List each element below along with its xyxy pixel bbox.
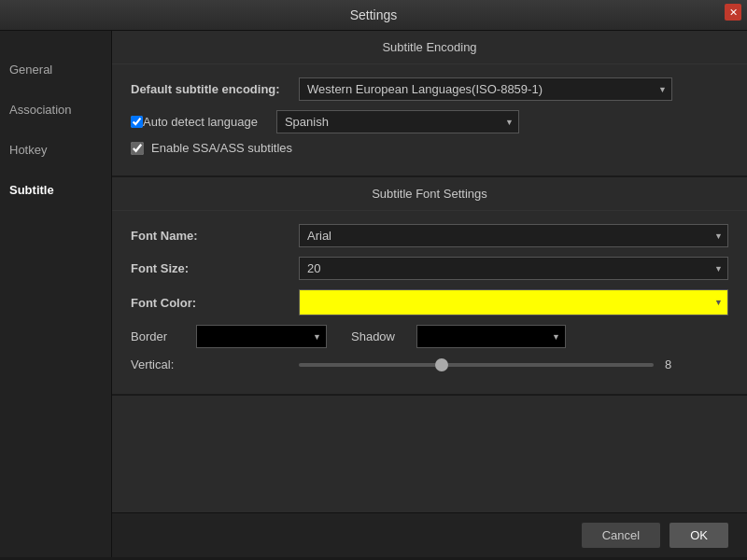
font-name-label: Font Name: (131, 229, 299, 243)
auto-detect-row: Auto detect language Spanish (131, 110, 728, 133)
sidebar-item-hotkey[interactable]: Hotkey (0, 130, 111, 170)
language-select[interactable]: Spanish (276, 110, 519, 133)
enable-ssa-label: Enable SSA/ASS subtitles (151, 141, 292, 155)
vertical-label: Vertical: (131, 357, 299, 371)
title-bar: Settings ✕ (0, 0, 747, 31)
content-area: Subtitle Encoding Default subtitle encod… (112, 31, 747, 557)
default-encoding-select[interactable]: Western European Languages(ISO-8859-1) (299, 77, 672, 101)
sidebar-item-general[interactable]: General (0, 49, 111, 90)
font-size-select[interactable]: 20 (299, 257, 728, 280)
subtitle-font-header: Subtitle Font Settings (112, 177, 747, 211)
border-color-wrapper (196, 325, 327, 348)
font-size-select-wrapper: 20 (299, 257, 728, 280)
font-color-swatch-wrapper (299, 289, 728, 315)
vertical-row: Vertical: 8 (131, 357, 728, 371)
default-encoding-row: Default subtitle encoding: Western Europ… (131, 77, 728, 101)
default-encoding-label: Default subtitle encoding: (131, 82, 299, 96)
enable-ssa-checkbox[interactable] (131, 142, 144, 155)
font-name-row: Font Name: Arial (131, 224, 728, 247)
font-name-select[interactable]: Arial (299, 224, 728, 247)
main-layout: General Association Hotkey Subtitle Subt… (0, 31, 747, 557)
subtitle-font-body: Font Name: Arial Font Size: 20 (112, 211, 747, 396)
default-encoding-select-wrapper: Western European Languages(ISO-8859-1) (299, 77, 672, 101)
font-color-label: Font Color: (131, 296, 299, 310)
font-color-swatch[interactable] (299, 289, 728, 315)
font-size-row: Font Size: 20 (131, 257, 728, 280)
font-color-row: Font Color: (131, 289, 728, 315)
shadow-color-select[interactable] (416, 325, 566, 348)
bottom-bar: Cancel OK (112, 512, 747, 557)
shadow-label: Shadow (351, 329, 407, 343)
enable-ssa-row: Enable SSA/ASS subtitles (131, 141, 728, 155)
border-label: Border (131, 329, 187, 343)
auto-detect-label: Auto detect language (143, 115, 258, 129)
font-name-select-wrapper: Arial (299, 224, 728, 247)
subtitle-encoding-body: Default subtitle encoding: Western Europ… (112, 64, 747, 177)
sidebar: General Association Hotkey Subtitle (0, 31, 112, 557)
sidebar-item-subtitle[interactable]: Subtitle (0, 170, 111, 210)
border-shadow-row: Border Shadow (131, 325, 728, 348)
shadow-color-wrapper (416, 325, 566, 348)
border-color-select[interactable] (196, 325, 327, 348)
auto-detect-check-group: Auto detect language (131, 115, 258, 129)
font-size-label: Font Size: (131, 261, 299, 275)
ok-button[interactable]: OK (669, 523, 728, 548)
subtitle-encoding-header: Subtitle Encoding (112, 31, 747, 64)
language-select-wrapper: Spanish (276, 110, 519, 133)
cancel-button[interactable]: Cancel (582, 523, 660, 548)
auto-detect-checkbox[interactable] (131, 116, 143, 128)
vertical-slider[interactable] (299, 363, 654, 367)
vertical-value: 8 (665, 357, 684, 371)
close-button[interactable]: ✕ (725, 4, 741, 21)
sidebar-item-association[interactable]: Association (0, 90, 111, 130)
dialog-title: Settings (350, 7, 398, 22)
